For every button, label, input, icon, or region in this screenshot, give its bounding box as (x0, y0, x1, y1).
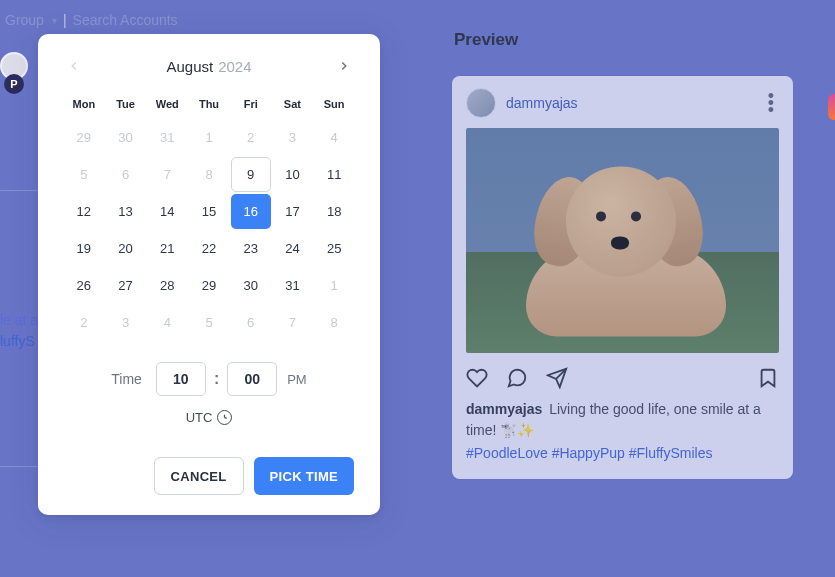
calendar-day[interactable]: 28 (147, 268, 187, 303)
time-colon: : (214, 370, 219, 388)
calendar-day: 31 (147, 120, 187, 155)
bg-group-label: Group (5, 12, 44, 28)
calendar-day: 7 (273, 305, 313, 340)
calendar-day: 1 (314, 268, 354, 303)
pinterest-icon: P (4, 74, 24, 94)
calendar-day[interactable]: 13 (106, 194, 146, 229)
calendar-day: 7 (147, 157, 187, 192)
calendar-day[interactable]: 18 (314, 194, 354, 229)
calendar-day[interactable]: 27 (106, 268, 146, 303)
calendar-day: 5 (64, 157, 104, 192)
pick-time-button[interactable]: PICK TIME (254, 457, 354, 495)
cancel-button[interactable]: CANCEL (154, 457, 244, 495)
weekday-header: Mon (64, 92, 104, 118)
calendar-day[interactable]: 10 (273, 157, 313, 192)
calendar-day[interactable]: 24 (273, 231, 313, 266)
calendar-day: 30 (106, 120, 146, 155)
calendar-day[interactable]: 30 (231, 268, 271, 303)
weekday-header: Tue (106, 92, 146, 118)
search-placeholder-bg: Search Accounts (73, 12, 178, 28)
comment-icon[interactable] (506, 367, 528, 389)
calendar-next-month[interactable] (334, 56, 354, 76)
calendar-prev-month[interactable] (64, 56, 84, 76)
calendar-day[interactable]: 23 (231, 231, 271, 266)
hashtags[interactable]: #PoodleLove #HappyPup #FluffySmiles (466, 445, 779, 461)
instagram-icon (828, 94, 835, 120)
calendar-day[interactable]: 26 (64, 268, 104, 303)
caption-author[interactable]: dammyajas (466, 401, 542, 417)
calendar-day: 5 (189, 305, 229, 340)
kebab-menu-icon[interactable]: ••• (763, 91, 779, 115)
calendar-day: 3 (106, 305, 146, 340)
post-caption: dammyajas Living the good life, one smil… (466, 399, 779, 441)
weekday-header: Sun (314, 92, 354, 118)
svg-line-1 (225, 418, 227, 419)
calendar-day: 8 (314, 305, 354, 340)
calendar-day[interactable]: 19 (64, 231, 104, 266)
date-time-picker-modal: August 2024 MonTueWedThuFriSatSun2930311… (38, 34, 380, 515)
calendar-day[interactable]: 9 (231, 157, 271, 192)
calendar-day[interactable]: 15 (189, 194, 229, 229)
calendar-month-label: August (166, 58, 213, 75)
preview-heading: Preview (454, 30, 817, 50)
calendar-day: 4 (314, 120, 354, 155)
calendar-day: 8 (189, 157, 229, 192)
calendar-day: 1 (189, 120, 229, 155)
divider: | (63, 12, 67, 28)
calendar-day[interactable]: 21 (147, 231, 187, 266)
weekday-header: Sat (273, 92, 313, 118)
calendar-day: 2 (64, 305, 104, 340)
weekday-header: Wed (147, 92, 187, 118)
calendar-day[interactable]: 25 (314, 231, 354, 266)
calendar-day[interactable]: 16 (231, 194, 271, 229)
chevron-down-icon: ▾ (52, 15, 57, 26)
calendar-day[interactable]: 29 (189, 268, 229, 303)
calendar-day[interactable]: 31 (273, 268, 313, 303)
time-label: Time (111, 371, 142, 387)
calendar-day[interactable]: 14 (147, 194, 187, 229)
calendar-day: 6 (231, 305, 271, 340)
heart-icon[interactable] (466, 367, 488, 389)
calendar-year-label: 2024 (218, 58, 251, 75)
weekday-header: Thu (189, 92, 229, 118)
calendar-day: 6 (106, 157, 146, 192)
calendar-day: 4 (147, 305, 187, 340)
post-preview-card: dammyajas ••• (452, 76, 793, 479)
bookmark-icon[interactable] (757, 367, 779, 389)
bg-text-scrap: le at a luffyS (0, 310, 38, 352)
calendar-day[interactable]: 12 (64, 194, 104, 229)
send-icon[interactable] (546, 367, 568, 389)
calendar-day[interactable]: 22 (189, 231, 229, 266)
minute-input[interactable] (227, 362, 277, 396)
hour-input[interactable] (156, 362, 206, 396)
weekday-header: Fri (231, 92, 271, 118)
post-image (466, 128, 779, 353)
meridiem-label[interactable]: PM (287, 372, 307, 387)
calendar-day: 2 (231, 120, 271, 155)
calendar-day[interactable]: 17 (273, 194, 313, 229)
calendar-day[interactable]: 20 (106, 231, 146, 266)
avatar (466, 88, 496, 118)
calendar-day: 3 (273, 120, 313, 155)
calendar-day: 29 (64, 120, 104, 155)
calendar-day[interactable]: 11 (314, 157, 354, 192)
username-link[interactable]: dammyajas (506, 95, 753, 111)
timezone-label: UTC (186, 410, 213, 425)
clock-icon (217, 410, 232, 425)
